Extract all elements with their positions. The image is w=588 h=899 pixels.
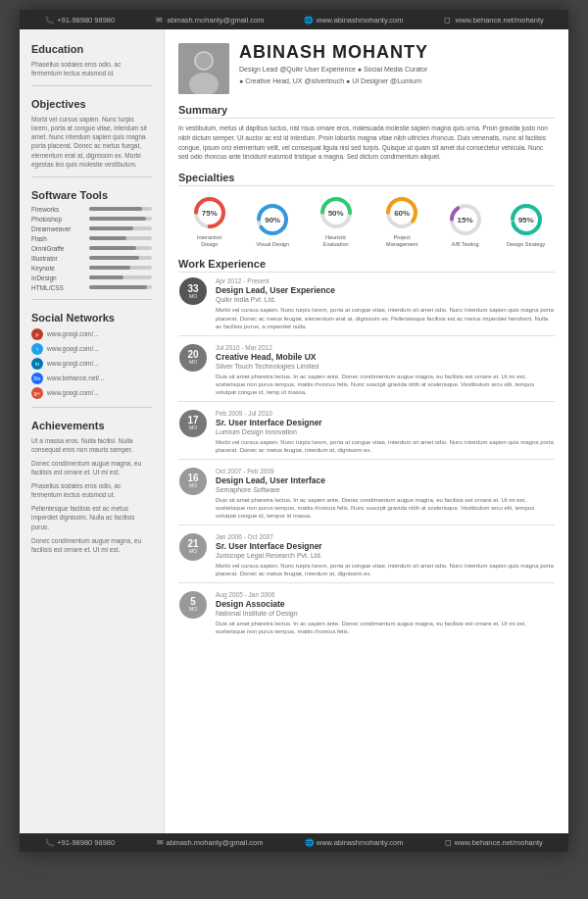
bottom-phone-text: +91-98980 98980 [57, 838, 115, 847]
divider-1 [31, 85, 152, 86]
work-line: Jan 2006 - Oct 2007 Sr. User Interface D… [216, 533, 555, 578]
tool-name: Photoshop [31, 216, 85, 223]
divider-4 [31, 407, 152, 408]
header-section: ABINASH MOHANTY Design Lead @Quikr User … [178, 43, 555, 94]
work-date: Apr 2012 - Present [216, 277, 555, 284]
achievements-title: Achievements [31, 420, 152, 431]
donut-pct: 50% [328, 209, 344, 218]
work-date: Jul 2010 - Mar 2012 [216, 344, 555, 351]
work-date: Aug 2005 - Jan 2006 [216, 591, 555, 598]
work-line: Feb 2009 - Jul 2010 Sr. User Interface D… [216, 410, 555, 455]
specialties-title: Specialties [178, 172, 555, 186]
work-badge: 33 MO [178, 277, 208, 305]
donut-container: 50% [318, 194, 355, 231]
specialty-item: 15% A/B Testing [447, 201, 484, 248]
tool-bar-bg [89, 246, 152, 250]
top-bar: 📞 +91-98980 98980 ✉ abinash.mohanty@gmai… [20, 10, 568, 29]
subtitle-1: Design Lead @Quikr User Experience ● Soc… [239, 65, 428, 75]
work-company: Silver Touch Technologies Limited [216, 363, 555, 370]
social-text: www.googl.com/... [47, 330, 99, 337]
tool-name: Illustrator [31, 255, 85, 262]
specialties-row: 75% Interaction Design 90% Visual Design… [178, 194, 555, 248]
work-item: 17 MO Feb 2009 - Jul 2010 Sr. User Inter… [178, 410, 555, 460]
tool-name: Flash [31, 235, 85, 242]
education-text: Phasellus sodales eros odio, ac fermentu… [31, 60, 152, 77]
social-item: in www.googl.com/... [31, 358, 152, 370]
portfolio-text: www.behance.net/mohanty [456, 16, 544, 25]
tool-bar-bg [89, 226, 152, 230]
tool-item: Illustrator [31, 255, 152, 262]
donut-container: 15% [447, 201, 484, 238]
work-title: Work Experience [178, 258, 555, 273]
work-desc: Morbi vel cursus sapien. Nunc turpis lor… [216, 438, 555, 455]
work-item: 5 MO Aug 2005 - Jan 2006 Design Associat… [178, 591, 555, 636]
bottom-email: ✉ abinash.mohanty@gmail.com [157, 838, 264, 847]
donut-label: Project Management [380, 234, 423, 248]
work-desc: Duis sit amet pharetra lectus. In ac sap… [216, 496, 555, 521]
social-item: Be www.behance.net/... [31, 373, 152, 384]
divider-3 [31, 299, 152, 300]
work-line: Aug 2005 - Jan 2006 Design Associate Nat… [216, 591, 555, 636]
tool-bar-fill [89, 226, 133, 230]
work-job-title: Design Lead, User Experience [216, 285, 555, 296]
work-divider [178, 335, 555, 336]
donut-label: Visual Design [256, 241, 289, 248]
specialty-item: 90% Visual Design [254, 201, 291, 248]
achievement-item: Donec condimentum augue magna, eu facili… [31, 536, 152, 554]
tool-bar-fill [89, 236, 126, 240]
social-item: p www.googl.com/... [31, 328, 152, 340]
work-company: Semaphore Software [216, 486, 555, 493]
tool-item: InDesign [31, 275, 152, 281]
tools-list: Fireworks Photoshop Dreamweaver Flash Om… [31, 206, 152, 291]
work-job-title: Sr. User Interface Designer [216, 541, 555, 552]
work-line: Apr 2012 - Present Design Lead, User Exp… [216, 277, 555, 330]
work-date: Oct 2007 - Feb 2009 [216, 468, 555, 474]
work-divider [178, 459, 555, 460]
right-content: ABINASH MOHANTY Design Lead @Quikr User … [165, 29, 568, 833]
social-text: www.googl.com/... [47, 345, 99, 352]
social-text: www.googl.com/... [47, 360, 99, 367]
divider-2 [31, 176, 152, 177]
tool-bar-bg [89, 275, 152, 279]
work-divider [178, 401, 555, 402]
donut-pct: 95% [518, 216, 534, 225]
badge-mo-label: MO [189, 549, 197, 554]
tool-bar-bg [89, 266, 152, 270]
tool-name: Fireworks [31, 206, 85, 213]
tool-name: InDesign [31, 275, 85, 281]
website-contact: 🌐 www.abinashmohanty.com [304, 15, 404, 25]
badge-circle: 16 MO [179, 468, 207, 495]
tool-item: Photoshop [31, 216, 152, 223]
bottom-website: 🌐 www.abinashmohanty.com [305, 838, 404, 847]
avatar-image [178, 43, 229, 94]
donut-label: Heuristic Evaluation [315, 234, 358, 248]
achievement-item: Phasellus sodales eros odio, ac fermentu… [31, 481, 152, 499]
bottom-portfolio-text: www.behance.net/mohanty [455, 838, 543, 847]
full-name: ABINASH MOHANTY [239, 43, 428, 63]
tool-bar-fill [89, 207, 142, 211]
work-divider [178, 582, 555, 583]
work-divider [178, 524, 555, 525]
tool-bar-fill [89, 275, 123, 279]
specialty-item: 60% Project Management [380, 194, 423, 248]
email-contact: ✉ abinash.mohanty@gmail.com [155, 15, 265, 25]
work-job-title: Design Lead, User Interface [216, 475, 555, 486]
bottom-website-text: www.abinashmohanty.com [317, 838, 404, 847]
objectives-text: Morbi vel cursus sapien. Nunc turpis lor… [31, 115, 152, 169]
bottom-phone-icon: 📞 [45, 838, 54, 847]
tool-item: Keynote [31, 265, 152, 272]
bottom-globe-icon: 🌐 [305, 838, 314, 847]
resume-page: 📞 +91-98980 98980 ✉ abinash.mohanty@gmai… [20, 10, 568, 852]
tool-name: OmniGraffe [31, 245, 85, 252]
tool-bar-bg [89, 236, 152, 240]
work-job-title: Creative Head, Mobile UX [216, 352, 555, 363]
tool-bar-bg [89, 207, 152, 211]
social-icon: t [31, 343, 43, 355]
achievement-item: Ut a massa eros. Nulla facilisi. Nulla c… [31, 436, 152, 454]
tool-bar-fill [89, 256, 139, 260]
social-text: www.behance.net/... [47, 375, 105, 381]
name-block: ABINASH MOHANTY Design Lead @Quikr User … [239, 43, 428, 87]
portfolio-contact: ◻ www.behance.net/mohanty [443, 15, 544, 25]
bottom-email-icon: ✉ [157, 838, 164, 847]
achievements-list: Ut a massa eros. Nulla facilisi. Nulla c… [31, 436, 152, 554]
